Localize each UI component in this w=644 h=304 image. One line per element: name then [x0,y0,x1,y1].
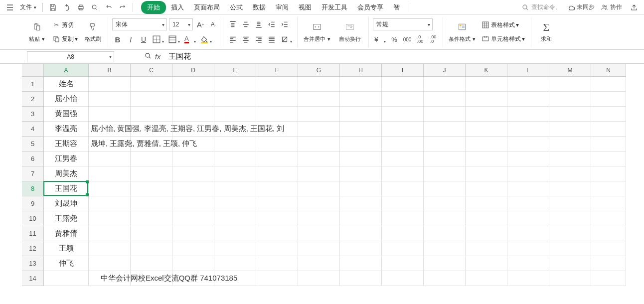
cell-J4[interactable] [424,122,466,137]
cell-G9[interactable] [298,196,340,211]
cell-I4[interactable] [382,122,424,137]
cell-H5[interactable] [340,137,382,152]
cell-F8[interactable] [256,181,298,196]
currency-icon[interactable]: ¥ [373,34,387,45]
row-header-5[interactable]: 5 [22,137,44,152]
cell-I13[interactable] [382,256,424,271]
cell-C6[interactable] [131,152,172,166]
cell-C2[interactable] [131,92,172,107]
cell-J13[interactable] [424,256,466,271]
cell-E3[interactable] [214,107,256,122]
cell-D9[interactable] [172,196,214,211]
cell-J12[interactable] [424,241,466,256]
fill-pattern-icon[interactable] [167,34,181,45]
col-header-A[interactable]: A [44,64,89,77]
align-top-icon[interactable] [227,19,238,30]
cell-K1[interactable] [466,77,507,92]
col-header-J[interactable]: J [424,64,466,77]
col-header-N[interactable]: N [591,64,626,77]
cell-L9[interactable] [507,196,549,211]
cell-E4[interactable] [214,122,256,137]
tab-truncated[interactable]: 智 [388,0,405,14]
cell-N7[interactable] [591,166,626,181]
font-color-icon[interactable]: A [183,34,197,45]
decrease-font-icon[interactable]: A- [208,19,219,30]
cell-B9[interactable] [89,196,131,211]
cell-B12[interactable] [89,241,131,256]
row-header-10[interactable]: 10 [22,211,44,226]
cell-N14[interactable] [591,271,626,286]
cell-L2[interactable] [507,92,549,107]
col-header-E[interactable]: E [214,64,256,77]
cell-K11[interactable] [466,226,507,241]
cell-I5[interactable] [382,137,424,152]
orientation-icon[interactable] [279,34,293,45]
increase-font-icon[interactable]: A+ [195,19,206,30]
cell-L10[interactable] [507,211,549,226]
row-header-9[interactable]: 9 [22,196,44,211]
increase-decimal-icon[interactable]: .0.00 [415,34,426,45]
cell-B3[interactable] [89,107,131,122]
format-painter-button[interactable]: 格式刷 [82,17,104,47]
cell-M7[interactable] [549,166,591,181]
cell-I2[interactable] [382,92,424,107]
cell-J1[interactable] [424,77,466,92]
cell-A2[interactable]: 屈小怡 [44,92,89,107]
cell-C13[interactable] [131,256,172,271]
select-all-corner[interactable] [22,64,44,77]
bold-icon[interactable]: B [112,34,123,45]
cell-J14[interactable] [424,271,466,286]
cell-D2[interactable] [172,92,214,107]
cell-L14[interactable] [507,271,549,286]
cell-N3[interactable] [591,107,626,122]
cell-L11[interactable] [507,226,549,241]
cell-F1[interactable] [256,77,298,92]
cell-M5[interactable] [549,137,591,152]
row-header-3[interactable]: 3 [22,107,44,122]
cell-M1[interactable] [549,77,591,92]
cell-D5[interactable] [172,137,214,152]
cell-G10[interactable] [298,211,340,226]
cell-N10[interactable] [591,211,626,226]
cell-A12[interactable]: 王颖 [44,241,89,256]
cell-D11[interactable] [172,226,214,241]
cell-A10[interactable]: 王露尧 [44,211,89,226]
decrease-indent-icon[interactable] [266,19,277,30]
cell-K6[interactable] [466,152,507,166]
cell-A3[interactable]: 黄国强 [44,107,89,122]
cell-J5[interactable] [424,137,466,152]
cell-J8[interactable] [424,181,466,196]
cond-format-button[interactable]: 条件格式 ▾ [447,17,477,47]
cell-D4[interactable] [172,122,214,137]
cell-F11[interactable] [256,226,298,241]
cell-I8[interactable] [382,181,424,196]
col-header-D[interactable]: D [172,64,214,77]
share-icon[interactable] [628,1,640,13]
cell-H1[interactable] [340,77,382,92]
cell-E6[interactable] [214,152,256,166]
cell-F3[interactable] [256,107,298,122]
align-bottom-icon[interactable] [253,19,264,30]
cell-style-button[interactable]: 单元格样式 ▾ [479,33,527,44]
tab-home[interactable]: 开始 [141,1,166,14]
cell-L5[interactable] [507,137,549,152]
cell-A5[interactable]: 王期容 [44,137,89,152]
cell-H11[interactable] [340,226,382,241]
cell-G14[interactable] [298,271,340,286]
col-header-K[interactable]: K [466,64,507,77]
cell-I6[interactable] [382,152,424,166]
cell-A9[interactable]: 刘晟坤 [44,196,89,211]
justify-icon[interactable] [266,34,277,45]
italic-icon[interactable]: I [125,34,136,45]
cell-A1[interactable]: 姓名 [44,77,89,92]
cell-E12[interactable] [214,241,256,256]
cell-A14[interactable] [44,271,89,286]
cell-E11[interactable] [214,226,256,241]
paste-button[interactable]: 粘贴 ▾ [26,17,48,47]
border-icon[interactable] [151,34,165,45]
cell-K3[interactable] [466,107,507,122]
cell-D8[interactable] [172,181,214,196]
cell-N13[interactable] [591,256,626,271]
cell-G2[interactable] [298,92,340,107]
cell-D1[interactable] [172,77,214,92]
